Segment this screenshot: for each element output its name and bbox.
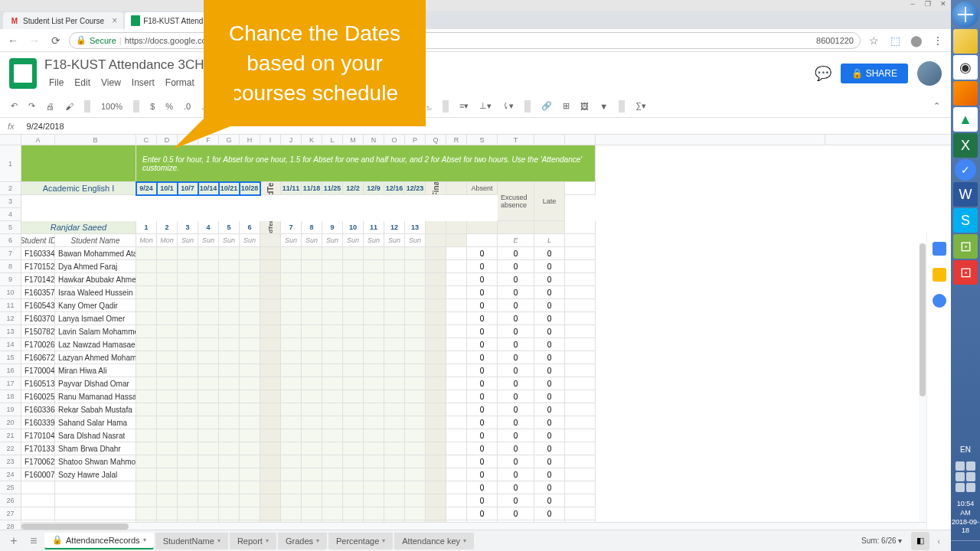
maximize-button[interactable]: ❐: [920, 0, 936, 11]
camtasia-icon[interactable]: ⊡: [953, 234, 978, 259]
redo-button[interactable]: ↷: [25, 99, 38, 112]
skype-icon[interactable]: S: [953, 208, 978, 233]
close-icon[interactable]: ×: [112, 15, 117, 26]
sheets-logo-icon[interactable]: [9, 58, 37, 89]
status-sum[interactable]: Sum: 6/26 ▾: [861, 536, 910, 545]
add-sheet-button[interactable]: +: [5, 534, 23, 548]
menu-insert[interactable]: Insert: [127, 76, 159, 90]
menu-bar: File Edit View Insert Format Data Tools: [44, 76, 815, 90]
collapse-toolbar-button[interactable]: ⌃: [930, 99, 943, 112]
extension-icon[interactable]: ⬚: [887, 32, 903, 49]
gdrive-icon[interactable]: ▲: [953, 107, 978, 132]
sheet-tab-grades[interactable]: Grades▾: [278, 533, 327, 549]
sheet-tab-key[interactable]: Attendance key▾: [394, 533, 474, 549]
align-button[interactable]: ≡▾: [456, 99, 472, 112]
minimize-button[interactable]: –: [905, 0, 920, 11]
windows-taskbar: ◉ ▲ X ✓ W S ⊡ ⊡ EN 10:54 AM 2018-09-18: [951, 0, 980, 551]
percent-button[interactable]: %: [162, 100, 176, 112]
back-button[interactable]: ←: [5, 32, 21, 49]
star-button[interactable]: ☆: [865, 32, 882, 49]
menu-format[interactable]: Format: [161, 76, 199, 90]
sheet-tab-studentname[interactable]: StudentName▾: [155, 533, 228, 549]
comments-button[interactable]: 💬: [815, 65, 831, 82]
tab-label: Student List Per Course: [23, 17, 104, 25]
forward-button[interactable]: →: [26, 32, 43, 49]
currency-button[interactable]: $: [147, 100, 158, 112]
language-indicator[interactable]: EN: [957, 442, 974, 457]
window-titlebar: – ❐ ✕: [0, 0, 951, 11]
reload-button[interactable]: ⟳: [47, 32, 64, 49]
lock-icon: 🔒: [52, 535, 63, 545]
side-panel-toggle[interactable]: ‹: [931, 536, 946, 546]
firefox-icon[interactable]: [953, 81, 978, 106]
spreadsheet-grid[interactable]: 1 2 3 4 56789101112131415161718192021222…: [0, 135, 951, 551]
dec-button[interactable]: .0: [181, 100, 194, 112]
keep-icon[interactable]: [933, 268, 946, 282]
close-button[interactable]: ✕: [936, 0, 951, 11]
excel-icon[interactable]: X: [953, 133, 978, 158]
secure-label: Secure: [90, 36, 116, 45]
sheets-icon: [131, 15, 140, 26]
document-title[interactable]: F18-KUST Attendance 3CH-Academic En: [44, 57, 815, 73]
print-button[interactable]: 🖨: [43, 100, 57, 112]
explore-button[interactable]: ◧: [911, 532, 929, 550]
zoom-select[interactable]: 100%: [98, 100, 126, 112]
profile-icon[interactable]: ⬤: [908, 32, 925, 49]
row-numbers: 1 2 3 4 56789101112131415161718192021222…: [0, 135, 21, 551]
horizontal-scrollbar[interactable]: [21, 522, 926, 530]
avatar[interactable]: [917, 61, 942, 86]
show-desktop-button[interactable]: [951, 540, 980, 551]
toolbar: ↶ ↷ 🖨 🖌 100% $ % .0 .00 123▾ ⎁ ≡▾ ⊥▾ ⤹▾ …: [0, 95, 951, 118]
formula-input[interactable]: 9/24/2018: [27, 122, 64, 131]
explorer-icon[interactable]: [953, 29, 978, 54]
word-icon[interactable]: W: [953, 182, 978, 207]
fx-icon: fx: [8, 122, 15, 131]
sheet-tab-attendance[interactable]: 🔒AttendanceRecords▾: [44, 533, 154, 549]
chrome-window: – ❐ ✕ M Student List Per Course × F18-KU…: [0, 0, 951, 551]
start-button[interactable]: [952, 2, 978, 28]
address-bar: ← → ⟳ 🔒 Secure | https://docs.google.com…: [0, 29, 951, 52]
link-button[interactable]: 🔗: [538, 99, 555, 112]
paint-button[interactable]: 🖌: [62, 100, 77, 112]
tasks-icon[interactable]: [933, 294, 946, 308]
functions-button[interactable]: ∑▾: [632, 99, 649, 112]
clock[interactable]: 10:54 AM 2018-09-18: [951, 497, 980, 539]
browser-tabs: M Student List Per Course × F18-KUST Att…: [0, 11, 951, 29]
gmail-icon: M: [9, 15, 20, 26]
share-button[interactable]: 🔒SHARE: [841, 64, 908, 83]
chrome-icon[interactable]: ◉: [953, 55, 978, 80]
sheet-tab-percentage[interactable]: Percentage▾: [328, 533, 393, 549]
filter-button[interactable]: ▼: [596, 100, 611, 112]
wrap-button[interactable]: ⤹▾: [499, 99, 517, 112]
url-tail: 86001220: [816, 36, 854, 45]
menu-button[interactable]: ⋮: [929, 32, 946, 49]
check-icon[interactable]: ✓: [955, 159, 976, 181]
all-sheets-button[interactable]: ≡: [24, 534, 43, 548]
formula-bar: fx 9/24/2018: [0, 118, 951, 135]
chart-button[interactable]: ⊞: [560, 99, 573, 112]
tab-gmail[interactable]: M Student List Per Course ×: [3, 12, 123, 29]
calendar-icon[interactable]: [933, 242, 946, 256]
annotation-callout: Chance the Dates based on your courses s…: [204, 0, 426, 126]
valign-button[interactable]: ⊥▾: [476, 99, 495, 112]
side-panel: [926, 233, 951, 551]
undo-button[interactable]: ↶: [8, 99, 21, 112]
menu-file[interactable]: File: [44, 76, 68, 90]
image-button[interactable]: 🖼: [577, 100, 592, 112]
menu-edit[interactable]: Edit: [70, 76, 95, 90]
sheets-header: F18-KUST Attendance 3CH-Academic En File…: [0, 52, 951, 95]
menu-view[interactable]: View: [96, 76, 126, 90]
url-input[interactable]: 🔒 Secure | https://docs.google.com/sprea…: [69, 32, 861, 49]
sheet-tabs-bar: + ≡ 🔒AttendanceRecords▾ StudentName▾ Rep…: [0, 530, 951, 551]
recorder-icon[interactable]: ⊡: [953, 260, 978, 285]
sheet-tab-report[interactable]: Report▾: [230, 533, 276, 549]
systray[interactable]: [952, 458, 978, 495]
lock-icon: 🔒: [851, 68, 863, 79]
lock-icon: 🔒: [76, 35, 87, 45]
vertical-scrollbar[interactable]: [919, 243, 926, 533]
